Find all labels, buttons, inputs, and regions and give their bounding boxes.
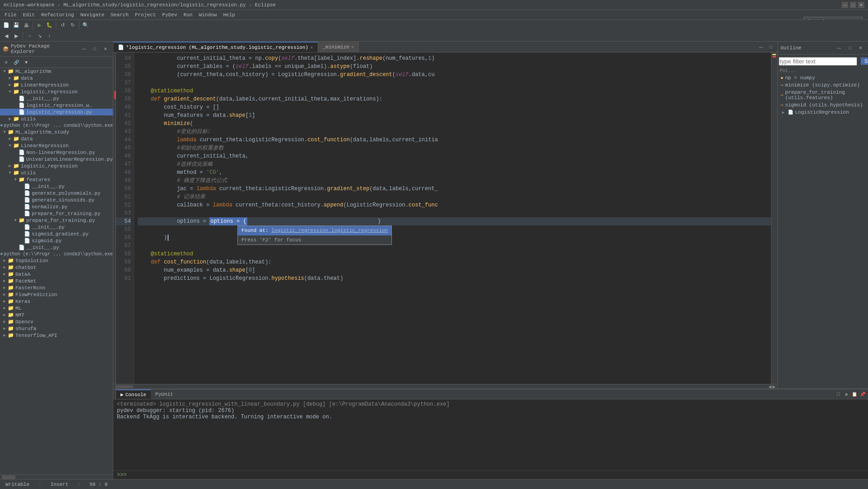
search-button[interactable]: 🔍	[81, 21, 90, 30]
tree-item-logistic-regression-py[interactable]: 📄 logistic_regression.py	[0, 109, 113, 115]
tree-item-opencv[interactable]: ▶ 📁 Opencv	[0, 318, 113, 325]
console-pin-button[interactable]: 📌	[859, 391, 866, 398]
tree-item-shurufa[interactable]: ▶ 📁 shurufa	[0, 325, 113, 332]
editor-minimize-button[interactable]: —	[757, 43, 766, 52]
tree-item-linear-regression[interactable]: ▶ 📁 LinearRegression	[0, 82, 113, 88]
console-clear-button[interactable]: ☐	[834, 391, 842, 398]
tree-item-tensorflow[interactable]: ▶ 📁 Tensorflow_API	[0, 332, 113, 339]
tree-item-data[interactable]: ▶ 📁 data	[0, 75, 113, 82]
tree-item-utils2[interactable]: ▼ 📁 utils	[0, 169, 113, 176]
explorer-maximize[interactable]: □	[90, 44, 99, 53]
editor-hscroll[interactable]: ◀ ▶	[113, 384, 777, 388]
step-over-button[interactable]: →	[25, 31, 34, 40]
outline-item-prepare-training[interactable]: ⇨ prepare_for_training (utils.features)	[778, 89, 868, 101]
tree-item-gen-poly[interactable]: 📄 generate_polynomials.py	[0, 190, 113, 197]
menu-file[interactable]: File	[2, 11, 19, 19]
save-button[interactable]: 💾	[12, 21, 21, 30]
outline-maximize-button[interactable]: □	[845, 43, 854, 53]
menu-search[interactable]: Search	[108, 11, 131, 19]
maximize-button[interactable]: □	[850, 2, 856, 8]
tree-item-utils[interactable]: ▶ 📁 utils	[0, 115, 113, 122]
print-button[interactable]: 🖶	[22, 21, 31, 30]
outline-minimize-button[interactable]: —	[834, 43, 844, 53]
tree-item-ml[interactable]: ▶ 📁 ML	[0, 305, 113, 312]
back-button[interactable]: ◀	[2, 31, 11, 40]
console-tab-pyunit[interactable]: PyUnit	[151, 389, 178, 399]
debug-button[interactable]: 🐛	[45, 21, 54, 30]
outline-item-numpy[interactable]: ● np = numpy	[778, 74, 868, 82]
minimize-button[interactable]: —	[842, 2, 848, 8]
step-return-button[interactable]: ↑	[45, 31, 54, 40]
tree-item-faster-rcnn[interactable]: ▶ 📁 FasterRcnn	[0, 284, 113, 291]
code-content[interactable]: current_initial_theta = np.copy(self.the…	[134, 53, 771, 384]
tree-item-logistic-reg2[interactable]: ▶ 📁 logistic_regression	[0, 163, 113, 169]
tree-item-keras[interactable]: ▶ 📁 Keras	[0, 298, 113, 305]
scroll-right-button[interactable]: ▶	[772, 384, 776, 389]
tree-item-logistic-regression[interactable]: ▼ 📁 logistic_regression	[0, 88, 113, 95]
tab-logistic-regression[interactable]: 📄 *logistic_regression (ML_algorithm_stu…	[113, 42, 318, 52]
collapse-all-button[interactable]: ≡	[2, 58, 11, 67]
explorer-close[interactable]: ✕	[101, 44, 110, 53]
tree-item-study-data[interactable]: ▶ 📁 data	[0, 135, 113, 142]
console-input[interactable]	[129, 472, 864, 478]
tree-item-chatbot[interactable]: ▶ 📁 chatbot	[0, 264, 113, 271]
tree-item-linear-reg2[interactable]: ▼ 📁 LinearRegression	[0, 142, 113, 149]
tree-item-python-ml[interactable]: ● python (e:\\Progr ... conda3\\python.e…	[0, 122, 113, 129]
menu-edit[interactable]: Edit	[20, 11, 37, 19]
tree-item-sigmoid[interactable]: 📄 sigmoid.py	[0, 237, 113, 244]
console-copy-button[interactable]: 📋	[851, 391, 858, 398]
tree-item-normalize[interactable]: 📄 normalize.py	[0, 203, 113, 210]
tab-minimize[interactable]: _minimize ✕	[318, 42, 359, 52]
tree-item-face-net[interactable]: ▶ 📁 FaceNet	[0, 278, 113, 284]
forward-button[interactable]: ▶	[12, 31, 21, 40]
redo-button[interactable]: ↻	[68, 21, 77, 30]
tree-item-flow-pred[interactable]: ▶ 📁 FlowPrediction	[0, 291, 113, 298]
outline-item-minimize[interactable]: ⇨ minimize (scipy.optimize)	[778, 82, 868, 89]
menu-pydev[interactable]: PyDev	[159, 11, 180, 19]
tree-item-init[interactable]: 📄 __init__.py	[0, 95, 113, 102]
outline-item-logistic-class[interactable]: ▶ 📄 LogisticRegression	[778, 109, 868, 116]
menu-window[interactable]: Window	[196, 11, 220, 19]
outline-item-sigmoid[interactable]: ⇨ sigmoid (utils.hypothesis)	[778, 101, 868, 109]
scroll-left-button[interactable]: ◀	[768, 384, 772, 389]
console-stop-button[interactable]: ■	[843, 391, 850, 398]
tree-item-gen-sin[interactable]: 📄 generate_sinusoids.py	[0, 197, 113, 203]
tab-close-button[interactable]: ✕	[310, 45, 313, 50]
menu-help[interactable]: Help	[221, 11, 238, 19]
close-button[interactable]: ✕	[858, 2, 864, 8]
tree-item-utils-init[interactable]: 📄 __init__.py	[0, 244, 113, 251]
new-button[interactable]: 📄	[2, 21, 11, 30]
tree-item-nmt[interactable]: ▶ 📁 NMT	[0, 312, 113, 318]
outline-filter-input[interactable]	[779, 57, 857, 66]
tree-item-features-init[interactable]: 📄 __init__.py	[0, 183, 113, 190]
explorer-minimize[interactable]: —	[80, 44, 89, 53]
tree-item-hyp-init[interactable]: 📄 __init__.py	[0, 224, 113, 230]
tree-item-prepare-training[interactable]: 📄 prepare_for_training.py	[0, 210, 113, 217]
step-into-button[interactable]: ↘	[35, 31, 44, 40]
explorer-menu-button[interactable]: ▼	[22, 58, 31, 67]
console-tab-console[interactable]: ▶ Console	[116, 389, 151, 399]
tree-item-ml-algorithm[interactable]: ▼ 📁 ML_algorithm	[0, 68, 113, 75]
tree-item-features[interactable]: ▼ 📁 features	[0, 176, 113, 183]
tree-item-sigmoid-grad[interactable]: 📄 sigmoid_gradient.py	[0, 230, 113, 237]
tree-item-univariate[interactable]: 📄 UnivariateLinearRegression.py	[0, 156, 113, 163]
undo-button[interactable]: ↺	[58, 21, 67, 30]
outline-close-button[interactable]: ✕	[856, 43, 865, 53]
menu-run[interactable]: Run	[181, 11, 195, 19]
menu-project[interactable]: Project	[132, 11, 159, 19]
tree-item-hypothesis[interactable]: ▼ 📁 prepare_for_training.py	[0, 217, 113, 224]
tree-item-python-study[interactable]: ● python (e:\\Progr ... conda3\\python.e…	[0, 251, 113, 257]
tab-close-button[interactable]: ✕	[351, 44, 354, 50]
explorer-hscroll[interactable]	[0, 475, 113, 479]
tree-item-ml-algo-study[interactable]: ▼ 📁 ML_algorithm_study	[0, 129, 113, 135]
outline-start-button[interactable]: Start	[861, 58, 868, 65]
link-editor-button[interactable]: 🔗	[12, 58, 21, 67]
tree-item-logistic-linear[interactable]: 📄 logistic_regression_with_linear_bounda…	[0, 102, 113, 109]
menu-refactoring[interactable]: Refactoring	[39, 11, 77, 19]
editor-maximize-button[interactable]: □	[767, 43, 776, 52]
tree-item-non-linear[interactable]: 📄 Non-linearRegression.py	[0, 149, 113, 156]
tree-item-top-solution[interactable]: ▶ 📁 TopSolution	[0, 257, 113, 264]
menu-navigate[interactable]: Navigate	[77, 11, 107, 19]
run-button[interactable]: ▶	[35, 21, 44, 30]
tree-item-data-a[interactable]: ▶ 📁 DataA	[0, 271, 113, 278]
